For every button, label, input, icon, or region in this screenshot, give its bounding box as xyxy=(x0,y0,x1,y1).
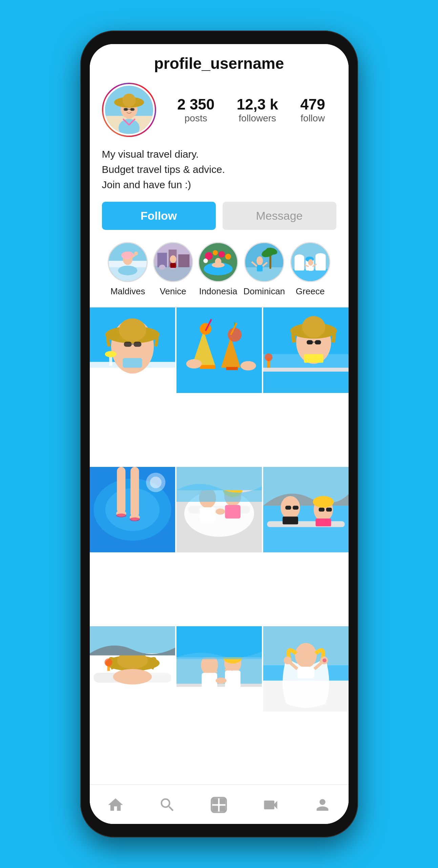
svg-rect-92 xyxy=(307,340,313,344)
svg-rect-125 xyxy=(285,506,291,510)
svg-rect-91 xyxy=(304,354,323,362)
svg-rect-10 xyxy=(130,108,134,111)
profile-row: 2 350 posts 12,3 k followers 479 follow xyxy=(102,83,336,137)
svg-point-106 xyxy=(116,513,126,517)
svg-point-76 xyxy=(200,323,211,335)
svg-point-34 xyxy=(213,250,218,255)
stat-following[interactable]: 479 follow xyxy=(300,96,325,124)
svg-point-139 xyxy=(104,658,112,666)
svg-rect-9 xyxy=(124,108,128,111)
photo-cell-9[interactable] xyxy=(263,626,349,712)
username: profile_username xyxy=(102,54,336,73)
photo-grid xyxy=(90,308,349,784)
svg-point-158 xyxy=(284,656,291,664)
svg-rect-75 xyxy=(200,365,215,369)
svg-point-79 xyxy=(186,359,202,368)
svg-rect-46 xyxy=(257,265,263,272)
follow-button[interactable]: Follow xyxy=(102,202,216,230)
photo-cell-8[interactable] xyxy=(176,626,262,712)
svg-rect-124 xyxy=(283,517,298,525)
svg-rect-164 xyxy=(212,806,218,811)
add-nav-item[interactable] xyxy=(208,794,230,816)
svg-rect-145 xyxy=(202,673,217,690)
photo-cell-6[interactable] xyxy=(263,467,349,552)
svg-point-45 xyxy=(256,256,263,265)
stats-row: 2 350 posts 12,3 k followers 479 follow xyxy=(166,96,336,124)
phone-screen: profile_username xyxy=(90,44,349,824)
svg-point-137 xyxy=(113,669,152,685)
svg-point-35 xyxy=(218,251,225,258)
story-label-dominican: Dominican xyxy=(243,286,285,297)
svg-point-81 xyxy=(228,328,242,342)
svg-rect-87 xyxy=(263,370,349,393)
svg-point-80 xyxy=(241,361,256,370)
search-nav-item[interactable] xyxy=(157,794,178,816)
svg-rect-163 xyxy=(220,798,226,804)
home-nav-item[interactable] xyxy=(105,794,126,816)
svg-point-6 xyxy=(122,94,135,107)
following-count: 479 xyxy=(300,96,325,113)
story-label-greece: Greece xyxy=(296,286,325,297)
svg-point-21 xyxy=(134,252,138,255)
svg-rect-147 xyxy=(225,671,241,688)
story-greece[interactable]: Greece xyxy=(290,242,330,297)
stories-row: Maldives xyxy=(102,242,336,307)
svg-rect-73 xyxy=(176,308,262,393)
svg-rect-71 xyxy=(133,342,141,347)
photo-cell-7[interactable] xyxy=(90,626,175,712)
posts-label: posts xyxy=(185,113,207,123)
svg-point-109 xyxy=(150,477,161,488)
svg-rect-129 xyxy=(318,508,324,511)
svg-rect-26 xyxy=(178,254,189,267)
svg-rect-128 xyxy=(315,518,331,526)
story-indonesia[interactable]: Indonesia xyxy=(198,242,238,297)
following-label: follow xyxy=(300,113,325,123)
svg-rect-165 xyxy=(220,806,226,811)
phone-device: profile_username xyxy=(80,31,358,837)
svg-point-160 xyxy=(322,658,326,662)
svg-rect-67 xyxy=(123,358,142,368)
story-label-indonesia: Indonesia xyxy=(199,286,237,297)
followers-count: 12,3 k xyxy=(237,96,278,113)
svg-rect-143 xyxy=(176,684,262,687)
story-dominican[interactable]: Dominican xyxy=(243,242,285,297)
stat-posts[interactable]: 2 350 posts xyxy=(177,96,214,124)
svg-point-117 xyxy=(215,509,225,515)
svg-point-27 xyxy=(159,265,165,270)
photo-cell-1[interactable] xyxy=(90,308,175,393)
svg-point-154 xyxy=(295,643,316,668)
photo-cell-3[interactable] xyxy=(263,308,349,393)
svg-rect-102 xyxy=(117,467,125,513)
video-nav-item[interactable] xyxy=(260,794,281,816)
svg-point-90 xyxy=(302,316,325,338)
svg-rect-122 xyxy=(267,521,345,527)
photo-cell-4[interactable] xyxy=(90,467,175,552)
svg-point-131 xyxy=(313,496,334,508)
svg-rect-30 xyxy=(170,263,176,268)
svg-point-66 xyxy=(119,318,146,342)
profile-nav-item[interactable] xyxy=(312,794,333,816)
svg-point-52 xyxy=(294,254,304,261)
svg-rect-70 xyxy=(124,342,131,347)
story-label-venice: Venice xyxy=(160,286,186,297)
svg-rect-103 xyxy=(130,467,139,517)
svg-point-17 xyxy=(118,265,138,275)
svg-rect-95 xyxy=(263,368,349,372)
message-button[interactable]: Message xyxy=(223,202,336,230)
action-buttons: Follow Message xyxy=(102,202,336,230)
svg-rect-142 xyxy=(176,685,262,712)
photo-cell-5[interactable] xyxy=(176,467,262,552)
svg-rect-121 xyxy=(263,506,349,552)
story-venice[interactable]: Venice xyxy=(153,242,193,297)
avatar[interactable] xyxy=(102,83,156,137)
story-label-maldives: Maldives xyxy=(110,286,145,297)
story-maldives[interactable]: Maldives xyxy=(108,242,148,297)
svg-point-37 xyxy=(203,259,208,263)
svg-point-97 xyxy=(265,353,272,361)
svg-point-149 xyxy=(215,677,226,684)
stat-followers[interactable]: 12,3 k followers xyxy=(237,96,278,124)
bio: My visual travel diary. Budget travel ti… xyxy=(102,146,336,192)
photo-cell-2[interactable] xyxy=(176,308,262,393)
svg-point-39 xyxy=(215,258,222,266)
svg-point-56 xyxy=(315,253,326,259)
